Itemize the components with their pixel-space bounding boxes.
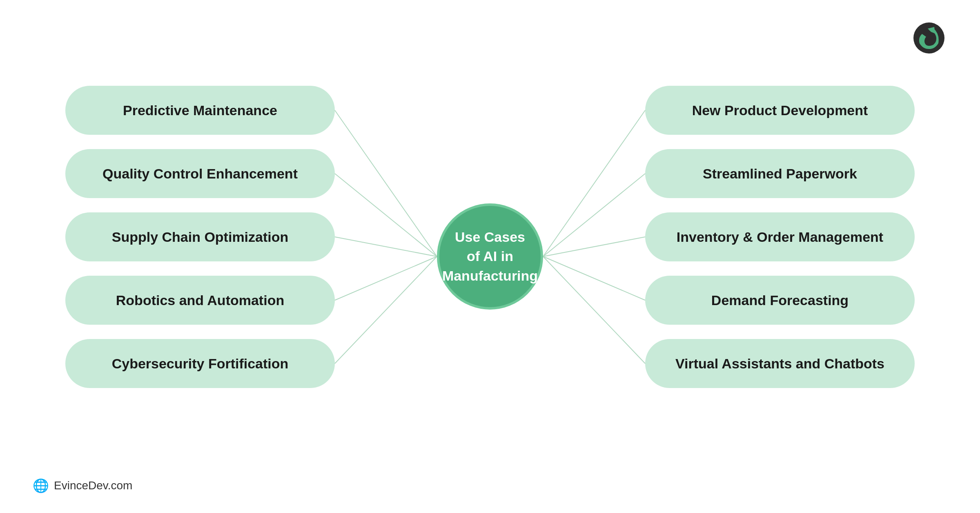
pill-quality-control: Quality Control Enhancement: [65, 149, 335, 198]
svg-line-1: [335, 174, 437, 256]
pill-inventory-order: Inventory & Order Management: [645, 212, 915, 261]
svg-line-5: [543, 110, 645, 256]
svg-line-2: [335, 237, 437, 256]
pill-label: Quality Control Enhancement: [102, 165, 298, 182]
center-circle: Use Cases of AI in Manufacturing: [437, 203, 543, 310]
pill-cybersecurity: Cybersecurity Fortification: [65, 339, 335, 388]
pill-label: Robotics and Automation: [116, 292, 284, 309]
svg-line-3: [335, 256, 437, 300]
pill-new-product: New Product Development: [645, 86, 915, 135]
pill-label: Inventory & Order Management: [677, 229, 883, 245]
pill-label: Cybersecurity Fortification: [112, 355, 289, 372]
pill-supply-chain: Supply Chain Optimization: [65, 212, 335, 261]
svg-line-7: [543, 237, 645, 256]
svg-line-8: [543, 256, 645, 300]
svg-line-6: [543, 174, 645, 256]
website-label: EvinceDev.com: [54, 479, 132, 492]
globe-icon: 🌐: [33, 478, 49, 493]
svg-line-9: [543, 256, 645, 364]
pill-label: Virtual Assistants and Chatbots: [675, 355, 884, 372]
pill-label: New Product Development: [692, 102, 868, 119]
svg-line-4: [335, 256, 437, 364]
pill-virtual-assistants: Virtual Assistants and Chatbots: [645, 339, 915, 388]
pill-demand-forecasting: Demand Forecasting: [645, 276, 915, 325]
pill-label: Demand Forecasting: [711, 292, 849, 309]
logo: [911, 20, 947, 56]
pill-predictive-maintenance: Predictive Maintenance: [65, 86, 335, 135]
svg-line-0: [335, 110, 437, 256]
pill-label: Predictive Maintenance: [123, 102, 277, 119]
pill-streamlined-paperwork: Streamlined Paperwork: [645, 149, 915, 198]
footer: 🌐 EvinceDev.com: [33, 478, 132, 493]
pill-label: Supply Chain Optimization: [112, 229, 289, 245]
pill-label: Streamlined Paperwork: [703, 165, 857, 182]
center-circle-text: Use Cases of AI in Manufacturing: [436, 221, 544, 292]
pill-robotics: Robotics and Automation: [65, 276, 335, 325]
